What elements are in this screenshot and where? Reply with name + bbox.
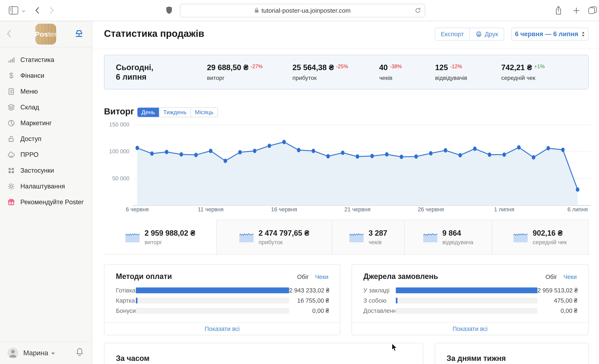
toggle-receipts[interactable]: Чеки [564, 274, 577, 280]
stat-label: чеків [379, 74, 402, 81]
sidebar-item-label: Налаштування [20, 183, 65, 190]
panel-title: Методи оплати [116, 272, 172, 281]
panel-header: Методи оплати Обіг Чеки [116, 272, 328, 281]
summary-cell-1[interactable]: 2 474 797,65 ₴прибуток [216, 220, 332, 254]
summary-cell-3[interactable]: 9 864відвідувача [404, 220, 492, 254]
revenue-title: Виторг [104, 107, 134, 116]
tab-overview-icon[interactable] [588, 6, 597, 15]
user-menu-caret-icon[interactable] [51, 353, 55, 355]
bar-track [136, 308, 289, 314]
sidebar-item-prro[interactable]: ПРРО [0, 147, 92, 163]
toggle-receipts[interactable]: Чеки [315, 274, 328, 280]
privacy-shield-icon[interactable] [166, 5, 173, 16]
today-stat-0: 29 688,50 ₴-27%виторг [207, 63, 263, 81]
export-print-group: Експорт Друк [435, 28, 504, 41]
bar-track [396, 298, 537, 303]
sidebar-item-menu[interactable]: Меню [0, 84, 92, 99]
summary-value: 9 864 [442, 229, 473, 238]
header-divider [92, 49, 599, 49]
sidebar-item-settings[interactable]: Налаштування [0, 178, 92, 194]
sidebar-item-access[interactable]: Доступ [0, 131, 92, 147]
bar-track [136, 298, 289, 303]
forward-button[interactable] [50, 7, 54, 15]
print-button[interactable]: Друк [469, 28, 504, 40]
collapse-sidebar-icon[interactable] [6, 29, 12, 39]
marketing-icon [7, 119, 16, 128]
show-all-link[interactable]: Показати всі [352, 322, 588, 335]
url-bar[interactable]: tutorial-poster-ua.joinposter.com [180, 4, 425, 18]
browser-chrome: tutorial-poster-ua.joinposter.com [0, 0, 599, 21]
notifications-bell-icon[interactable] [75, 347, 84, 358]
finance-icon: $ [7, 71, 16, 80]
poster-logo[interactable]: Poster [35, 24, 56, 44]
sidebar-toggle-icon[interactable] [9, 6, 18, 15]
bar-row-1: З собою475,00 ₴ [363, 298, 577, 303]
back-button[interactable] [35, 7, 40, 15]
bar-fill [136, 298, 138, 303]
sidebar-item-gift[interactable]: Рекомендуйте Poster [0, 194, 92, 210]
export-button[interactable]: Експорт [435, 28, 469, 40]
sidebar-item-apps[interactable]: Застосунки [0, 163, 92, 178]
stat-delta: -25% [336, 63, 348, 69]
show-all-link[interactable]: Показати всі [104, 322, 340, 335]
sidebar-item-label: Маркетинг [20, 119, 52, 127]
payment-methods-panel: Методи оплати Обіг Чеки Готівка2 943 233… [104, 264, 340, 335]
bar-row-value: 2 959 513,02 ₴ [537, 287, 577, 294]
bar-track [396, 287, 537, 293]
by-time-panel: За часом [104, 343, 423, 364]
revenue-tab-1[interactable]: Тиждень [159, 108, 191, 117]
user-name[interactable]: Марина [23, 349, 48, 357]
summary-text: 2 474 797,65 ₴прибуток [258, 229, 309, 246]
stat-delta: -27% [251, 63, 263, 69]
gift-icon [7, 198, 16, 207]
summary-label: чеків [369, 239, 387, 246]
summary-label: прибуток [258, 239, 309, 246]
bar-fill [396, 298, 397, 303]
sparkline-icon [239, 232, 254, 242]
summary-value: 2 474 797,65 ₴ [258, 229, 309, 238]
panel-title: За днями тижня [447, 354, 506, 363]
toggle-volume[interactable]: Обіг [297, 274, 309, 280]
stats-icon [7, 55, 16, 64]
x-axis-label: 26 червня [418, 206, 444, 213]
bar-row-value: 0,00 ₴ [289, 307, 329, 314]
stat-label: відвідувачів [435, 74, 467, 81]
summary-cell-0[interactable]: 2 959 988,02 ₴виторг [104, 220, 216, 254]
chevron-down-icon[interactable] [22, 9, 25, 13]
revenue-tab-0[interactable]: День [138, 108, 159, 117]
sidebar-item-stats[interactable]: Статистика [0, 52, 92, 68]
new-tab-icon[interactable] [572, 7, 580, 15]
avatar[interactable] [8, 347, 18, 358]
stat-delta: -12% [450, 63, 462, 69]
panel-toggle: Обіг Чеки [297, 274, 328, 280]
toggle-volume[interactable]: Обіг [545, 274, 557, 280]
sidebar: Poster Статистика$ФінансиМенюСкладМаркет… [0, 21, 92, 364]
apps-icon [7, 166, 16, 175]
reload-icon[interactable] [415, 7, 421, 14]
sidebar-item-label: Склад [20, 104, 39, 111]
date-range-selector[interactable]: 6 червня — 6 липня [511, 28, 589, 41]
summary-cell-content: 902,16 ₴середній чек [513, 229, 567, 246]
bar-row-label: Готівка [116, 287, 136, 294]
share-icon[interactable] [555, 6, 562, 16]
stat-value: 29 688,50 ₴-27% [207, 63, 263, 72]
sparkline-icon [125, 232, 140, 242]
summary-cell-4[interactable]: 902,16 ₴середній чек [492, 220, 589, 254]
summary-cell-2[interactable]: 3 287чеків [332, 220, 404, 254]
sidebar-item-finance[interactable]: $Фінанси [0, 68, 92, 84]
revenue-tab-2[interactable]: Місяць [191, 108, 217, 117]
printer-icon [476, 31, 482, 37]
sidebar-item-stock[interactable]: Склад [0, 99, 92, 115]
sparkline-icon [349, 232, 364, 242]
sidebar-item-label: Статистика [20, 56, 54, 64]
stat-label: середній чек [501, 74, 545, 81]
sidebar-item-marketing[interactable]: Маркетинг [0, 115, 92, 131]
bar-row-0: У закладі2 959 513,02 ₴ [363, 287, 577, 293]
bar-row-value: 16 755,00 ₴ [289, 297, 329, 304]
bar-track [136, 287, 289, 293]
terminal-icon[interactable] [74, 29, 84, 40]
summary-text: 902,16 ₴середній чек [533, 229, 567, 246]
today-heading: Сьогодні, 6 липня [116, 62, 153, 82]
summary-label: виторг [145, 239, 195, 246]
sidebar-item-label: Застосунки [20, 167, 54, 174]
